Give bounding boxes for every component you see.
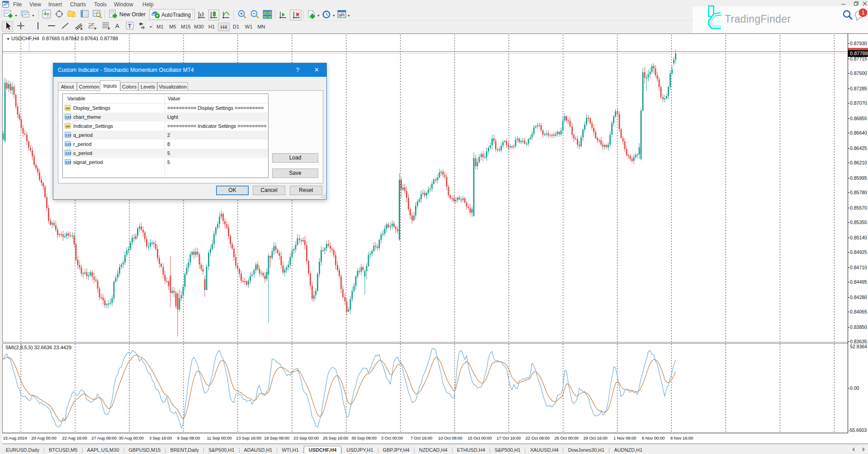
svg-text:F: F [94, 27, 97, 30]
svg-text:F: F [108, 27, 110, 30]
svg-text:TradingFinder: TradingFinder [725, 13, 791, 25]
svg-text:T: T [128, 23, 132, 29]
svg-text:E: E [80, 27, 83, 30]
svg-text:1: 1 [862, 9, 865, 16]
